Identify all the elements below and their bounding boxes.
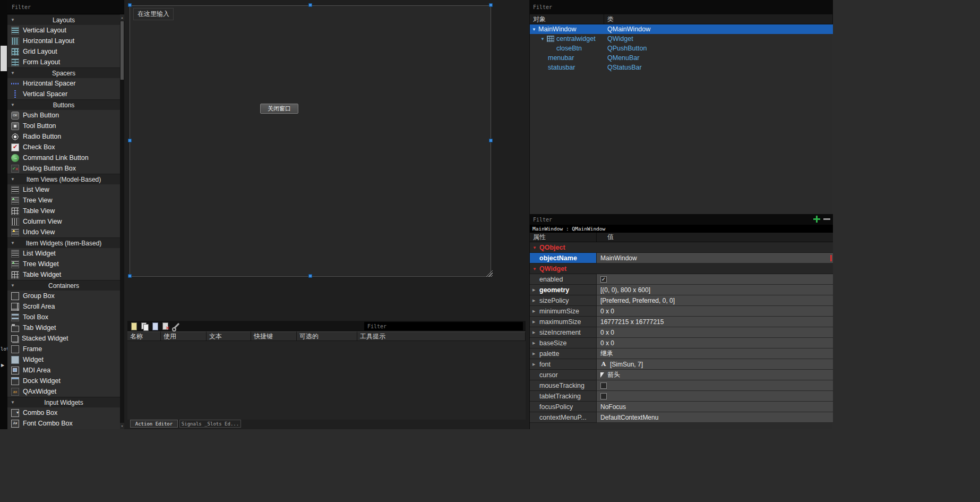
property-row-focuspolicy[interactable]: focusPolicyNoFocus [530,402,833,412]
property-row-contextmenup[interactable]: contextMenuP...DefaultContextMenu [530,412,833,423]
widget-item-frame[interactable]: Frame [7,344,120,354]
value-checkbox[interactable] [600,382,607,389]
expand-icon[interactable]: ▶ [532,330,535,335]
widget-item-radio-button[interactable]: Radio Button [7,131,120,142]
expand-icon[interactable]: ▶ [532,299,535,303]
widget-item-stacked-widget[interactable]: Stacked Widget [7,333,120,344]
paste-action-icon[interactable] [151,322,159,330]
property-row-objectname[interactable]: objectNameMainWindow [530,253,833,263]
value-checkbox[interactable] [600,276,607,283]
widget-item-push-button[interactable]: Push Button [7,110,120,121]
property-value-cell[interactable] [597,391,833,402]
selection-handle-middle-right[interactable] [489,139,493,142]
action-column-header-5[interactable]: 可选的 [297,331,357,341]
property-name-cell[interactable]: ▶maximumSize [530,317,597,327]
widget-item-horizontal-spacer[interactable]: Horizontal Spacer [7,78,120,89]
action-column-header-3[interactable]: 文本 [207,331,251,341]
widget-box-section-containers[interactable]: ▼Containers [7,280,120,291]
widget-box-section-item-widgets-item-based[interactable]: ▼Item Widgets (Item-Based) [7,237,120,248]
object-row-centralwidget[interactable]: ▼centralwidgetQWidget [530,34,833,44]
selection-handle-bottom-middle[interactable] [308,274,312,278]
collapsed-dock-tab[interactable]: lot [0,346,7,352]
property-row-enabled[interactable]: enabled [530,274,833,285]
property-name-cell[interactable]: tabletTracking [530,391,597,402]
property-name-cell[interactable]: ▶geometry [530,285,597,295]
property-row-sizepolicy[interactable]: ▶sizePolicy[Preferred, Preferred, 0, 0] [530,295,833,306]
widget-item-form-layout[interactable]: Form Layout [7,57,120,67]
widget-item-column-view[interactable]: Column View [7,216,120,227]
widget-box-section-input-widgets[interactable]: ▼Input Widgets [7,397,120,407]
selection-handle-bottom-left[interactable] [128,274,132,278]
property-row-basesize[interactable]: ▶baseSize0 x 0 [530,338,833,348]
object-row-closebtn[interactable]: closeBtnQPushButton [530,44,833,53]
tab-signals-slots-ed[interactable]: Signals _Slots Ed... [179,420,241,428]
property-value-cell[interactable] [597,380,833,391]
property-row-maximumsize[interactable]: ▶maximumSize16777215 x 16777215 [530,317,833,327]
widget-item-list-widget[interactable]: List Widget [7,248,120,259]
property-name-cell[interactable]: ▶baseSize [530,338,597,348]
widget-item-tree-widget[interactable]: Tree Widget [7,259,120,269]
property-value-cell[interactable]: 0 x 0 [597,327,833,338]
expand-icon[interactable]: ▶ [532,320,535,324]
selection-handle-middle-left[interactable] [128,139,132,142]
add-dynamic-property-icon[interactable] [813,216,820,223]
widget-item-scroll-area[interactable]: Scroll Area [7,301,120,312]
property-group-qobject[interactable]: ▼QObject [530,242,833,253]
expand-icon[interactable]: ▶ [532,288,535,292]
action-column-header-6[interactable]: 工具提示 [357,331,526,341]
property-row-geometry[interactable]: ▶geometry[(0, 0), 800 x 600] [530,285,833,295]
remove-dynamic-property-icon[interactable] [823,218,830,220]
object-row-mainwindow[interactable]: ▼MainWindowQMainWindow [530,24,833,34]
property-row-palette[interactable]: ▶palette继承 [530,348,833,359]
property-value-cell[interactable] [597,274,833,285]
menubar-type-here[interactable]: 在这里输入 [133,8,174,20]
widget-item-widget[interactable]: Widget [7,354,120,365]
widget-box-section-buttons[interactable]: ▼Buttons [7,99,120,110]
widget-item-dock-widget[interactable]: Dock Widget [7,376,120,386]
action-column-header-1[interactable]: 名称 [127,331,161,341]
property-row-minimumsize[interactable]: ▶minimumSize0 x 0 [530,306,833,317]
property-name-cell[interactable]: mouseTracking [530,380,597,391]
property-name-cell[interactable]: ▶minimumSize [530,306,597,317]
value-checkbox[interactable] [600,393,607,399]
property-name-cell[interactable]: ▶sizePolicy [530,295,597,306]
action-editor-filter-input[interactable]: Filter [364,322,523,330]
scroll-up-icon[interactable]: ▲ [120,14,124,21]
widget-box-section-layouts[interactable]: ▼Layouts [7,14,120,25]
property-editor-filter-input[interactable]: Filter [530,214,833,225]
widget-item-table-view[interactable]: Table View [7,206,120,216]
widget-item-list-view[interactable]: List View [7,184,120,195]
expand-icon[interactable]: ▶ [532,341,535,345]
property-row-sizeincrement[interactable]: ▶sizeIncrement0 x 0 [530,327,833,338]
expand-dock-icon[interactable]: ▶ [1,363,4,368]
property-row-mousetracking[interactable]: mouseTracking [530,380,833,391]
selection-handle-top-middle[interactable] [308,3,312,7]
property-name-cell[interactable]: objectName [530,253,597,263]
widget-item-font-combo-box[interactable]: Font Combo Box [7,418,120,429]
tab-action-editor[interactable]: Action Editor [130,420,178,428]
widget-box-scrollbar[interactable]: ▲ ▼ [120,14,124,429]
widget-item-group-box[interactable]: Group Box [7,291,120,301]
property-name-cell[interactable]: focusPolicy [530,402,597,412]
object-row-statusbar[interactable]: statusbarQStatusBar [530,63,833,72]
configure-icon[interactable] [172,322,180,330]
widget-box-filter-input[interactable]: Filter [7,0,124,14]
widget-box-section-item-views-model-based[interactable]: ▼Item Views (Model-Based) [7,174,120,184]
property-group-qwidget[interactable]: ▼QWidget [530,263,833,274]
scroll-down-icon[interactable]: ▼ [120,423,124,429]
new-action-icon[interactable] [130,322,138,330]
property-value-cell[interactable]: 0 x 0 [597,306,833,317]
property-value-cell[interactable]: MainWindow [597,253,833,263]
property-value-cell[interactable]: DefaultContextMenu [597,412,833,423]
left-dock-active-tab[interactable] [1,46,7,71]
property-row-cursor[interactable]: cursor箭头 [530,370,833,380]
property-column-header[interactable]: 属性 [530,233,597,242]
object-inspector-column-header-2[interactable]: 类 [604,14,833,24]
property-row-font[interactable]: ▶fontA[SimSun, 7] [530,359,833,370]
property-row-tablettracking[interactable]: tabletTracking [530,391,833,402]
property-name-cell[interactable]: ▶sizeIncrement [530,327,597,338]
expand-collapse-icon[interactable]: ▼ [540,37,547,41]
widget-item-vertical-layout[interactable]: Vertical Layout [7,25,120,36]
property-value-cell[interactable]: NoFocus [597,402,833,412]
copy-action-icon[interactable] [140,322,149,330]
